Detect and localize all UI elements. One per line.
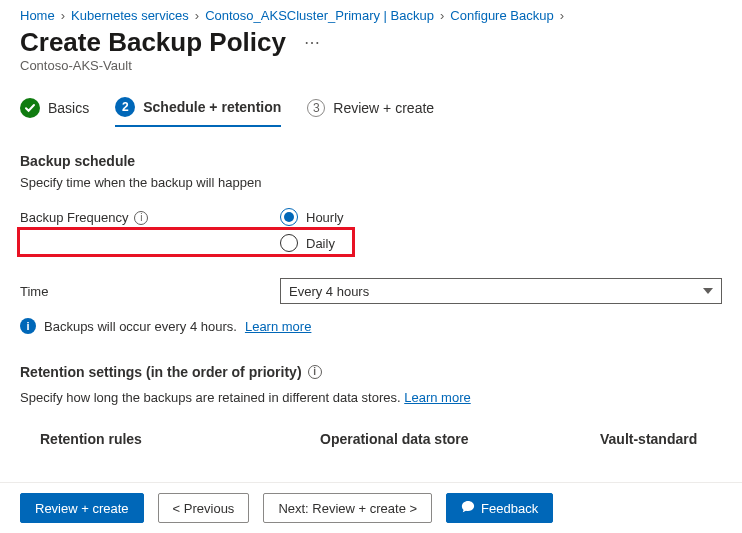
breadcrumb-link[interactable]: Configure Backup (450, 8, 553, 23)
info-icon[interactable]: i (134, 211, 148, 225)
tab-basics[interactable]: Basics (20, 92, 89, 126)
button-label: Feedback (481, 501, 538, 516)
page-subtitle: Contoso-AKS-Vault (0, 58, 742, 91)
time-label: Time (20, 284, 280, 299)
tab-label: Schedule + retention (143, 99, 281, 115)
review-create-button[interactable]: Review + create (20, 493, 144, 523)
more-actions-button[interactable]: ⋯ (300, 31, 324, 54)
chevron-right-icon: › (560, 8, 564, 23)
learn-more-link[interactable]: Learn more (245, 319, 311, 334)
tab-label: Review + create (333, 100, 434, 116)
retention-columns: Retention rules Operational data store V… (20, 425, 722, 447)
radio-icon (280, 208, 298, 226)
time-select[interactable]: Every 4 hours (280, 278, 722, 304)
previous-button[interactable]: < Previous (158, 493, 250, 523)
button-label: < Previous (173, 501, 235, 516)
feedback-icon (461, 500, 475, 517)
info-message: Backups will occur every 4 hours. (44, 319, 237, 334)
retention-heading: Retention settings (in the order of prio… (20, 364, 302, 380)
info-icon[interactable]: i (308, 365, 322, 379)
chevron-right-icon: › (61, 8, 65, 23)
wizard-footer: Review + create < Previous Next: Review … (0, 482, 742, 533)
learn-more-link[interactable]: Learn more (404, 390, 470, 405)
chevron-right-icon: › (440, 8, 444, 23)
retention-subtext: Specify how long the backups are retaine… (20, 390, 401, 405)
col-rules: Retention rules (40, 431, 320, 447)
breadcrumb-link[interactable]: Kubernetes services (71, 8, 189, 23)
page-title: Create Backup Policy (20, 27, 286, 58)
breadcrumb: Home › Kubernetes services › Contoso_AKS… (0, 0, 742, 23)
schedule-heading: Backup schedule (20, 153, 722, 169)
schedule-subtext: Specify time when the backup will happen (20, 175, 722, 190)
time-select-value: Every 4 hours (289, 284, 369, 299)
radio-icon (280, 234, 298, 252)
step-number-icon: 2 (115, 97, 135, 117)
backup-frequency-label: Backup Frequency (20, 210, 128, 225)
radio-label: Daily (306, 236, 335, 251)
button-label: Next: Review + create > (278, 501, 417, 516)
tab-schedule-retention[interactable]: 2 Schedule + retention (115, 91, 281, 127)
next-button[interactable]: Next: Review + create > (263, 493, 432, 523)
time-field: Time Every 4 hours (20, 278, 722, 304)
backup-info-bar: i Backups will occur every 4 hours. Lear… (20, 318, 722, 334)
frequency-option-hourly[interactable]: Hourly (280, 208, 344, 226)
info-filled-icon: i (20, 318, 36, 334)
chevron-down-icon (703, 288, 713, 294)
tab-label: Basics (48, 100, 89, 116)
check-icon (20, 98, 40, 118)
radio-label: Hourly (306, 210, 344, 225)
tab-review-create[interactable]: 3 Review + create (307, 93, 434, 125)
breadcrumb-link[interactable]: Home (20, 8, 55, 23)
feedback-button[interactable]: Feedback (446, 493, 553, 523)
frequency-option-daily[interactable]: Daily (280, 234, 344, 252)
breadcrumb-link[interactable]: Contoso_AKSCluster_Primary | Backup (205, 8, 434, 23)
button-label: Review + create (35, 501, 129, 516)
backup-frequency-field: Backup Frequency i Hourly Daily (20, 208, 722, 252)
wizard-tabs: Basics 2 Schedule + retention 3 Review +… (0, 91, 742, 127)
step-number-icon: 3 (307, 99, 325, 117)
col-operational: Operational data store (320, 431, 600, 447)
col-vault: Vault-standard (600, 431, 722, 447)
chevron-right-icon: › (195, 8, 199, 23)
